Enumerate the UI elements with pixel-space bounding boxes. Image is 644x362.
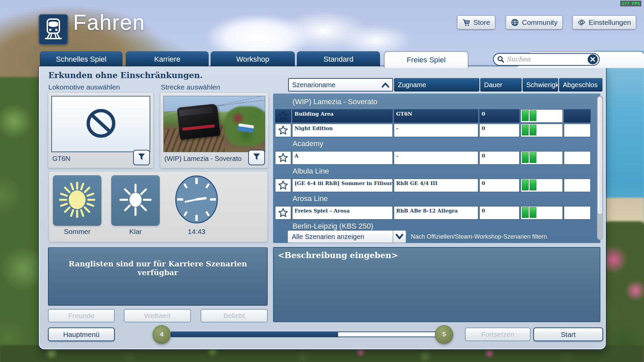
difficulty-cell: [521, 109, 563, 123]
sort-asc-icon: [382, 82, 389, 87]
group-header[interactable]: (WIP) Lamezia - Soverato: [275, 96, 600, 109]
summer-sun-icon: [57, 180, 97, 221]
description-input[interactable]: <Beschreibung eingeben>: [273, 247, 600, 322]
route-thumbnail: [163, 96, 265, 152]
table-scrollbar[interactable]: [597, 96, 603, 240]
column-header-szenarioname[interactable]: Szenarioname: [288, 78, 393, 92]
duration-cell: 0: [479, 151, 520, 165]
search-clear-button[interactable]: [588, 54, 598, 64]
favorite-star-icon[interactable]: [275, 109, 291, 123]
scenario-filter-select[interactable]: Alle Szenarien anzeigen: [287, 230, 393, 243]
duration-cell: 0: [479, 206, 520, 220]
train-name-cell: RhB GE 4/4 III: [394, 179, 478, 192]
favorite-star-icon[interactable]: [275, 151, 291, 165]
train-name-cell: RhB ABe 8-12 Allegra: [394, 206, 478, 220]
difficulty-bar: [530, 110, 536, 121]
scrollbar-thumb[interactable]: [597, 97, 603, 215]
scenario-filter-hint: Nach Offiziellen/Steam-Workshop-Szenarie…: [411, 233, 547, 240]
tab-standard[interactable]: Standard: [297, 51, 380, 67]
completed-cell: [564, 109, 591, 123]
scenario-row[interactable]: A-0: [275, 151, 600, 165]
app-logo: [39, 14, 68, 45]
fps-counter: 277 FPS: [620, 1, 641, 6]
slider-fill: [171, 331, 338, 337]
cart-icon: [462, 18, 470, 26]
search-box[interactable]: [493, 53, 600, 66]
completed-cell: [564, 124, 591, 137]
difficulty-bar: [522, 207, 529, 218]
leaderboard-weltweit-button[interactable]: Weltweit: [124, 309, 191, 322]
scenario-name-cell: Night Edition: [292, 124, 393, 137]
weather-label: Klar: [111, 228, 160, 236]
chevron-down-icon[interactable]: [393, 230, 406, 243]
page-title: Fahren: [73, 10, 145, 35]
tab-freies-spiel[interactable]: Freies Spiel: [384, 51, 468, 68]
difficulty-bar: [530, 125, 536, 135]
tab-schnelles-spiel[interactable]: Schnelles Spiel: [40, 51, 122, 67]
search-icon: [497, 56, 504, 63]
group-header[interactable]: Arosa Line: [275, 193, 600, 206]
loco-picker-label: Lokomotive auswählen: [48, 83, 120, 91]
resume-button[interactable]: Fortsetzen: [465, 327, 531, 341]
main-menu-button[interactable]: Hauptmenü: [48, 327, 115, 341]
season-label: Sommer: [53, 228, 101, 236]
leaderboard-freunde-button[interactable]: Freunde: [48, 309, 115, 322]
season-button[interactable]: [53, 175, 101, 226]
duration-cell: 0: [479, 124, 520, 137]
loco-filter-button[interactable]: [133, 150, 150, 165]
scenario-name-cell: A: [292, 151, 393, 165]
difficulty-bar: [522, 152, 529, 163]
difficulty-bar: [522, 180, 529, 190]
favorite-star-icon[interactable]: [275, 124, 291, 137]
globe-icon: [511, 18, 519, 26]
progress-slider[interactable]: [171, 331, 436, 337]
loco-preview: [51, 96, 150, 152]
difficulty-bar: [522, 125, 529, 135]
completed-cell: [564, 206, 591, 220]
community-button[interactable]: Community: [506, 15, 562, 29]
column-header-zugname[interactable]: Zugname: [394, 78, 479, 92]
difficulty-cell: [521, 206, 563, 220]
train-simulator-menu: 277 FPS Fahren StoreCommunityEinstellung…: [0, 0, 644, 362]
loco-card[interactable]: GT6N: [48, 93, 154, 168]
tab-karriere[interactable]: Karriere: [126, 51, 209, 67]
column-header-schwierigke[interactable]: Schwierigke: [523, 78, 558, 92]
favorite-star-icon[interactable]: [275, 206, 291, 220]
difficulty-bar: [530, 207, 536, 218]
difficulty-bar: [522, 110, 529, 121]
scenario-row[interactable]: Night Edition-0: [275, 124, 600, 137]
leaderboard-beliebt-button[interactable]: Beliebt: [201, 309, 268, 322]
route-filter-button[interactable]: [248, 150, 265, 165]
settings-button[interactable]: Einstellungen: [573, 15, 636, 29]
column-header-dauer[interactable]: Dauer: [480, 78, 522, 92]
route-name: (WIP) Lamezia - Soverato: [164, 155, 241, 163]
background-beach: [600, 198, 644, 245]
time-dial[interactable]: [174, 175, 219, 226]
route-card[interactable]: (WIP) Lamezia - Soverato: [160, 93, 269, 168]
group-header[interactable]: Albula Line: [275, 166, 600, 178]
completed-cell: [564, 179, 591, 192]
no-entry-icon: [85, 107, 117, 141]
scenario-table: (WIP) Lamezia - SoveratoBuilding AreaGT6…: [273, 94, 600, 243]
scenario-row[interactable]: Freies Spiel – ArosaRhB ABe 8-12 Allegra…: [275, 206, 600, 220]
difficulty-cell: [521, 151, 563, 165]
slider-knob-left[interactable]: 4: [153, 325, 171, 344]
completed-cell: [564, 151, 591, 165]
train-name-cell: -: [394, 151, 478, 165]
filter-icon: [252, 153, 261, 163]
slider-knob-right[interactable]: 5: [435, 325, 453, 344]
scenario-row[interactable]: [GE 4-4 iii RhB] Sommer in FilisurRhB GE…: [275, 179, 600, 192]
column-header-abgeschlos[interactable]: Abgeschlos: [559, 78, 602, 92]
group-header[interactable]: Academy: [275, 138, 600, 151]
weather-button[interactable]: [111, 175, 160, 226]
time-label: 14:43: [174, 228, 219, 236]
scenario-row[interactable]: Building AreaGT6N0: [275, 109, 600, 123]
search-input[interactable]: [506, 56, 588, 63]
tab-workshop[interactable]: Workshop: [211, 51, 295, 67]
favorite-star-icon[interactable]: [275, 179, 291, 192]
store-button[interactable]: Store: [457, 15, 495, 29]
difficulty-bar: [530, 152, 536, 163]
start-button[interactable]: Start: [533, 327, 603, 341]
difficulty-bar: [530, 180, 536, 190]
scenario-name-cell: Freies Spiel – Arosa: [292, 206, 393, 220]
